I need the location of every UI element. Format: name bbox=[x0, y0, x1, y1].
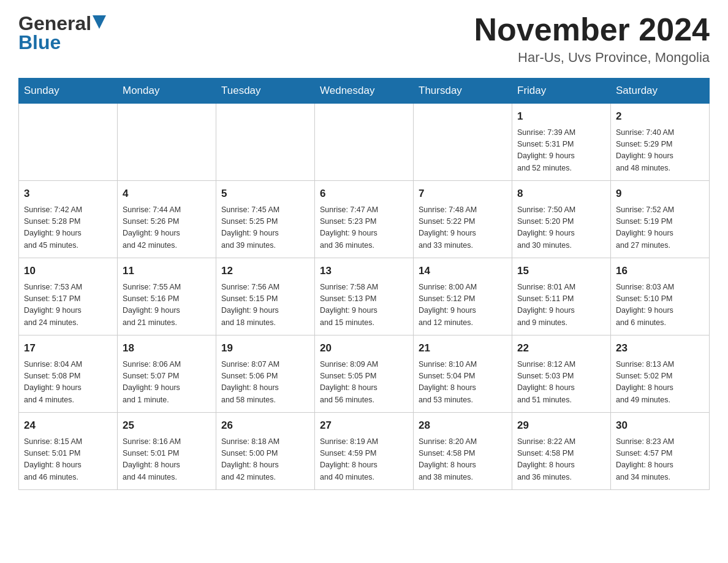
calendar-cell bbox=[118, 104, 216, 181]
calendar-cell: 18Sunrise: 8:06 AMSunset: 5:07 PMDayligh… bbox=[118, 335, 216, 413]
calendar-cell: 12Sunrise: 7:56 AMSunset: 5:15 PMDayligh… bbox=[216, 258, 315, 335]
weekday-header-friday: Friday bbox=[512, 79, 611, 104]
day-number: 2 bbox=[616, 109, 704, 124]
day-info: Sunrise: 8:06 AMSunset: 5:07 PMDaylight:… bbox=[123, 359, 211, 407]
calendar-cell: 22Sunrise: 8:12 AMSunset: 5:03 PMDayligh… bbox=[512, 335, 611, 413]
weekday-header-tuesday: Tuesday bbox=[216, 79, 315, 104]
weekday-header-saturday: Saturday bbox=[611, 79, 710, 104]
calendar-cell: 1Sunrise: 7:39 AMSunset: 5:31 PMDaylight… bbox=[512, 104, 611, 181]
weekday-header-row: SundayMondayTuesdayWednesdayThursdayFrid… bbox=[19, 79, 710, 104]
weekday-header-wednesday: Wednesday bbox=[315, 79, 414, 104]
calendar-cell: 5Sunrise: 7:45 AMSunset: 5:25 PMDaylight… bbox=[216, 181, 315, 258]
week-row-4: 17Sunrise: 8:04 AMSunset: 5:08 PMDayligh… bbox=[19, 335, 710, 413]
weekday-header-thursday: Thursday bbox=[414, 79, 512, 104]
day-info: Sunrise: 8:15 AMSunset: 5:01 PMDaylight:… bbox=[24, 436, 112, 484]
day-number: 16 bbox=[616, 263, 704, 279]
day-number: 20 bbox=[320, 340, 408, 356]
day-info: Sunrise: 8:19 AMSunset: 4:59 PMDaylight:… bbox=[320, 436, 408, 484]
day-number: 25 bbox=[123, 418, 211, 434]
calendar-cell: 26Sunrise: 8:18 AMSunset: 5:00 PMDayligh… bbox=[216, 413, 315, 490]
day-info: Sunrise: 7:55 AMSunset: 5:16 PMDaylight:… bbox=[123, 282, 211, 329]
day-number: 21 bbox=[419, 340, 507, 356]
calendar-cell bbox=[216, 104, 315, 181]
day-number: 8 bbox=[517, 186, 605, 202]
day-number: 6 bbox=[320, 186, 408, 202]
day-info: Sunrise: 7:56 AMSunset: 5:15 PMDaylight:… bbox=[221, 282, 309, 329]
calendar-cell: 7Sunrise: 7:48 AMSunset: 5:22 PMDaylight… bbox=[414, 181, 512, 258]
day-info: Sunrise: 8:13 AMSunset: 5:02 PMDaylight:… bbox=[616, 359, 704, 407]
day-number: 26 bbox=[221, 418, 309, 434]
calendar-cell: 29Sunrise: 8:22 AMSunset: 4:58 PMDayligh… bbox=[512, 413, 611, 490]
logo-blue: Blue bbox=[18, 31, 61, 54]
day-info: Sunrise: 7:47 AMSunset: 5:23 PMDaylight:… bbox=[320, 204, 408, 252]
day-info: Sunrise: 8:12 AMSunset: 5:03 PMDaylight:… bbox=[517, 359, 605, 407]
calendar-cell: 15Sunrise: 8:01 AMSunset: 5:11 PMDayligh… bbox=[512, 258, 611, 335]
day-info: Sunrise: 8:16 AMSunset: 5:01 PMDaylight:… bbox=[123, 436, 211, 484]
calendar-cell bbox=[19, 104, 118, 181]
day-info: Sunrise: 7:44 AMSunset: 5:26 PMDaylight:… bbox=[123, 204, 211, 252]
weekday-header-monday: Monday bbox=[118, 79, 216, 104]
day-number: 15 bbox=[517, 263, 605, 279]
logo-triangle-icon bbox=[93, 15, 106, 29]
day-info: Sunrise: 7:50 AMSunset: 5:20 PMDaylight:… bbox=[517, 204, 605, 252]
day-number: 18 bbox=[123, 340, 211, 356]
day-number: 19 bbox=[221, 340, 309, 356]
day-info: Sunrise: 7:42 AMSunset: 5:28 PMDaylight:… bbox=[24, 204, 112, 252]
weekday-header-sunday: Sunday bbox=[19, 79, 118, 104]
calendar-cell: 17Sunrise: 8:04 AMSunset: 5:08 PMDayligh… bbox=[19, 335, 118, 413]
day-number: 28 bbox=[419, 418, 507, 434]
calendar-table: SundayMondayTuesdayWednesdayThursdayFrid… bbox=[18, 78, 710, 490]
day-info: Sunrise: 7:58 AMSunset: 5:13 PMDaylight:… bbox=[320, 282, 408, 329]
day-number: 12 bbox=[221, 263, 309, 279]
calendar-cell: 2Sunrise: 7:40 AMSunset: 5:29 PMDaylight… bbox=[611, 104, 710, 181]
calendar-cell: 4Sunrise: 7:44 AMSunset: 5:26 PMDaylight… bbox=[118, 181, 216, 258]
day-info: Sunrise: 8:23 AMSunset: 4:57 PMDaylight:… bbox=[616, 436, 704, 484]
day-info: Sunrise: 7:53 AMSunset: 5:17 PMDaylight:… bbox=[24, 282, 112, 329]
calendar-cell: 30Sunrise: 8:23 AMSunset: 4:57 PMDayligh… bbox=[611, 413, 710, 490]
day-number: 27 bbox=[320, 418, 408, 434]
day-info: Sunrise: 7:45 AMSunset: 5:25 PMDaylight:… bbox=[221, 204, 309, 252]
logo-area: General Blue bbox=[18, 12, 106, 54]
day-number: 13 bbox=[320, 263, 408, 279]
day-number: 1 bbox=[517, 109, 605, 124]
calendar-cell: 14Sunrise: 8:00 AMSunset: 5:12 PMDayligh… bbox=[414, 258, 512, 335]
day-info: Sunrise: 8:04 AMSunset: 5:08 PMDaylight:… bbox=[24, 359, 112, 407]
day-info: Sunrise: 7:40 AMSunset: 5:29 PMDaylight:… bbox=[616, 127, 704, 175]
calendar-cell: 19Sunrise: 8:07 AMSunset: 5:06 PMDayligh… bbox=[216, 335, 315, 413]
svg-marker-0 bbox=[93, 15, 106, 29]
calendar-cell: 21Sunrise: 8:10 AMSunset: 5:04 PMDayligh… bbox=[414, 335, 512, 413]
calendar-cell bbox=[315, 104, 414, 181]
day-number: 4 bbox=[123, 186, 211, 202]
title-area: November 2024 Har-Us, Uvs Province, Mong… bbox=[474, 12, 710, 66]
day-number: 5 bbox=[221, 186, 309, 202]
day-info: Sunrise: 8:09 AMSunset: 5:05 PMDaylight:… bbox=[320, 359, 408, 407]
day-number: 14 bbox=[419, 263, 507, 279]
calendar-cell: 25Sunrise: 8:16 AMSunset: 5:01 PMDayligh… bbox=[118, 413, 216, 490]
day-info: Sunrise: 7:48 AMSunset: 5:22 PMDaylight:… bbox=[419, 204, 507, 252]
day-number: 24 bbox=[24, 418, 112, 434]
header: General Blue November 2024 Har-Us, Uvs P… bbox=[18, 12, 710, 66]
calendar-cell: 20Sunrise: 8:09 AMSunset: 5:05 PMDayligh… bbox=[315, 335, 414, 413]
calendar-cell bbox=[414, 104, 512, 181]
day-number: 11 bbox=[123, 263, 211, 279]
day-number: 7 bbox=[419, 186, 507, 202]
calendar-cell: 16Sunrise: 8:03 AMSunset: 5:10 PMDayligh… bbox=[611, 258, 710, 335]
calendar-cell: 6Sunrise: 7:47 AMSunset: 5:23 PMDaylight… bbox=[315, 181, 414, 258]
day-number: 29 bbox=[517, 418, 605, 434]
calendar-cell: 13Sunrise: 7:58 AMSunset: 5:13 PMDayligh… bbox=[315, 258, 414, 335]
day-number: 9 bbox=[616, 186, 704, 202]
day-number: 17 bbox=[24, 340, 112, 356]
calendar-cell: 27Sunrise: 8:19 AMSunset: 4:59 PMDayligh… bbox=[315, 413, 414, 490]
day-info: Sunrise: 8:10 AMSunset: 5:04 PMDaylight:… bbox=[419, 359, 507, 407]
day-info: Sunrise: 8:03 AMSunset: 5:10 PMDaylight:… bbox=[616, 282, 704, 329]
day-info: Sunrise: 7:52 AMSunset: 5:19 PMDaylight:… bbox=[616, 204, 704, 252]
day-info: Sunrise: 8:00 AMSunset: 5:12 PMDaylight:… bbox=[419, 282, 507, 329]
week-row-5: 24Sunrise: 8:15 AMSunset: 5:01 PMDayligh… bbox=[19, 413, 710, 490]
day-info: Sunrise: 7:39 AMSunset: 5:31 PMDaylight:… bbox=[517, 127, 605, 175]
week-row-3: 10Sunrise: 7:53 AMSunset: 5:17 PMDayligh… bbox=[19, 258, 710, 335]
calendar-cell: 28Sunrise: 8:20 AMSunset: 4:58 PMDayligh… bbox=[414, 413, 512, 490]
day-info: Sunrise: 8:20 AMSunset: 4:58 PMDaylight:… bbox=[419, 436, 507, 484]
day-number: 10 bbox=[24, 263, 112, 279]
day-info: Sunrise: 8:07 AMSunset: 5:06 PMDaylight:… bbox=[221, 359, 309, 407]
day-number: 23 bbox=[616, 340, 704, 356]
